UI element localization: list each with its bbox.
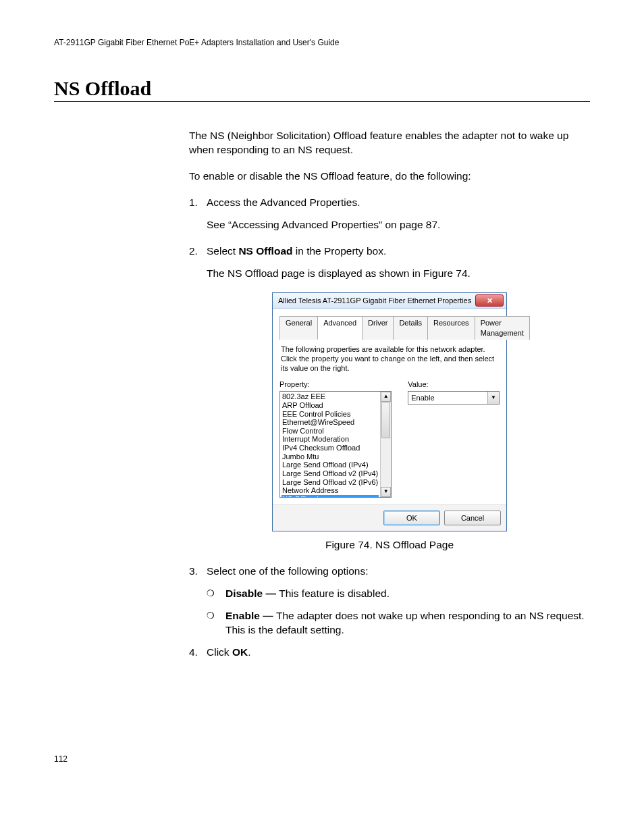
figure-wrap: Allied Telesis AT-2911GP Gigabit Fiber E… bbox=[189, 292, 590, 552]
property-item[interactable]: Ethernet@WireSpeed bbox=[281, 418, 379, 427]
step4-pre: Click bbox=[207, 646, 232, 658]
listbox-scrollbar[interactable]: ▲ ▼ bbox=[380, 392, 391, 497]
dialog-title: Allied Telesis AT-2911GP Gigabit Fiber E… bbox=[278, 296, 471, 306]
property-item[interactable]: Jumbo Mtu bbox=[281, 452, 379, 461]
step1-number: 1. bbox=[189, 196, 207, 210]
property-item[interactable]: NS Offload bbox=[281, 495, 379, 497]
property-item[interactable]: Flow Control bbox=[281, 427, 379, 436]
bullet-icon: ❍ bbox=[207, 587, 225, 601]
option-disable-label: Disable — bbox=[225, 588, 279, 599]
scroll-track[interactable] bbox=[381, 402, 391, 487]
scroll-up-button[interactable]: ▲ bbox=[381, 392, 391, 402]
property-label: Property: bbox=[279, 380, 392, 390]
page-number: 112 bbox=[54, 754, 590, 764]
property-item[interactable]: 802.3az EEE bbox=[281, 392, 379, 401]
step4-text: Click OK. bbox=[207, 646, 590, 660]
scroll-thumb[interactable] bbox=[381, 402, 390, 438]
running-header: AT-2911GP Gigabit Fiber Ethernet PoE+ Ad… bbox=[54, 38, 590, 47]
value-label: Value: bbox=[408, 380, 500, 390]
step2-post: in the Property box. bbox=[292, 245, 386, 257]
property-item[interactable]: Large Send Offload (IPv4) bbox=[281, 461, 379, 469]
step2-bold: NS Offload bbox=[238, 245, 292, 257]
option-disable: Disable — This feature is disabled. bbox=[225, 587, 590, 601]
property-item[interactable]: EEE Control Policies bbox=[281, 410, 379, 419]
figure-caption: Figure 74. NS Offload Page bbox=[325, 538, 454, 552]
step2-subtext: The NS Offload page is displayed as show… bbox=[207, 267, 590, 281]
section-title: NS Offload bbox=[54, 77, 590, 102]
tab-driver[interactable]: Driver bbox=[362, 316, 394, 340]
tab-strip: General Advanced Driver Details Resource… bbox=[279, 315, 500, 340]
step2-number: 2. bbox=[189, 244, 207, 259]
tab-resources[interactable]: Resources bbox=[427, 316, 475, 340]
intro-paragraph: The NS (Neighbor Solicitation) Offload f… bbox=[189, 129, 590, 157]
step4-bold: OK bbox=[232, 646, 248, 658]
lead-paragraph: To enable or disable the NS Offload feat… bbox=[189, 170, 590, 184]
scroll-down-button[interactable]: ▼ bbox=[381, 487, 391, 497]
step1-subtext: See “Accessing Advanced Properties” on p… bbox=[207, 218, 590, 232]
combo-dropdown-button[interactable]: ▼ bbox=[487, 392, 499, 404]
tab-details[interactable]: Details bbox=[393, 316, 428, 340]
dialog-description: The following properties are available f… bbox=[281, 345, 498, 373]
chevron-down-icon: ▼ bbox=[491, 394, 496, 402]
property-item[interactable]: IPv4 Checksum Offload bbox=[281, 444, 379, 452]
step3-text: Select one of the following options: bbox=[207, 565, 590, 579]
value-combobox[interactable]: Enable ▼ bbox=[408, 391, 500, 405]
step4-number: 4. bbox=[189, 646, 207, 660]
step1-text: Access the Advanced Properties. bbox=[207, 196, 590, 210]
close-button[interactable]: ✕ bbox=[475, 294, 504, 307]
property-item[interactable]: Interrupt Moderation bbox=[281, 435, 379, 444]
property-item[interactable]: Large Send Offload v2 (IPv4) bbox=[281, 469, 379, 478]
property-listbox[interactable]: 802.3az EEEARP OffloadEEE Control Polici… bbox=[279, 391, 392, 498]
option-disable-text: This feature is disabled. bbox=[279, 588, 390, 599]
step3-number: 3. bbox=[189, 565, 207, 579]
option-enable-text: The adapter does not wake up when respon… bbox=[225, 610, 585, 635]
option-enable: Enable — The adapter does not wake up wh… bbox=[225, 609, 590, 637]
option-enable-label: Enable — bbox=[225, 610, 276, 621]
property-item[interactable]: ARP Offload bbox=[281, 401, 379, 410]
ok-button[interactable]: OK bbox=[383, 511, 440, 525]
value-selected: Enable bbox=[408, 393, 487, 403]
close-icon: ✕ bbox=[487, 297, 493, 305]
property-item[interactable]: Network Address bbox=[281, 486, 379, 495]
tab-general[interactable]: General bbox=[279, 316, 318, 340]
property-item[interactable]: Large Send Offload v2 (IPv6) bbox=[281, 478, 379, 487]
properties-dialog: Allied Telesis AT-2911GP Gigabit Fiber E… bbox=[272, 292, 507, 531]
bullet-icon: ❍ bbox=[207, 609, 225, 637]
tab-power-management[interactable]: Power Management bbox=[475, 316, 530, 340]
step2-text: Select NS Offload in the Property box. bbox=[207, 244, 590, 259]
dialog-titlebar: Allied Telesis AT-2911GP Gigabit Fiber E… bbox=[273, 293, 506, 309]
step4-post: . bbox=[248, 646, 250, 658]
cancel-button[interactable]: Cancel bbox=[444, 511, 501, 525]
tab-advanced[interactable]: Advanced bbox=[317, 316, 363, 340]
step2-pre: Select bbox=[207, 245, 238, 257]
